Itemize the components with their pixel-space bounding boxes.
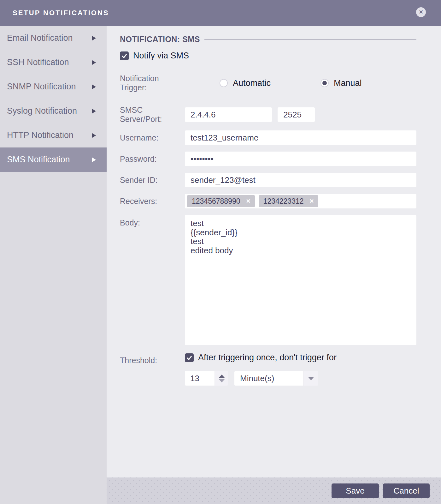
password-label: Password: <box>120 154 185 164</box>
sidebar-item-sms-notification[interactable]: SMS Notification <box>0 147 107 172</box>
radio-dot <box>322 81 327 85</box>
checkmark-icon <box>121 53 127 59</box>
radio-icon <box>220 79 228 87</box>
main-column: NOTIFICATION: SMS Notify via SMS Notific… <box>107 26 441 504</box>
receivers-row: Receivers: 123456788990 ✕ 1234223312 ✕ <box>120 194 416 208</box>
sidebar-item-label: SNMP Notification <box>7 82 76 92</box>
notification-types-sidebar: Email Notification SSH Notification SNMP… <box>0 26 107 504</box>
notify-via-sms-row: Notify via SMS <box>120 51 416 61</box>
sender-id-input[interactable] <box>185 173 416 187</box>
trigger-automatic-label: Automatic <box>233 78 271 88</box>
close-icon: ✕ <box>419 9 423 15</box>
chevron-right-icon <box>92 60 96 65</box>
password-row: Password: <box>120 152 416 166</box>
body-textarea[interactable]: test {{sender_id}} test edited body <box>185 215 416 345</box>
notification-trigger-label: Notification Trigger: <box>120 74 185 92</box>
sidebar-item-label: SSH Notification <box>7 57 69 67</box>
threshold-unit-value: Minute(s) <box>234 374 303 383</box>
sidebar-item-label: SMS Notification <box>7 155 70 165</box>
username-input[interactable] <box>185 130 416 145</box>
close-button[interactable]: ✕ <box>416 7 426 17</box>
sender-id-label: Sender ID: <box>120 176 185 185</box>
receivers-label: Receivers: <box>120 197 185 206</box>
notify-via-sms-label: Notify via SMS <box>133 51 189 61</box>
setup-notifications-dialog: SETUP NOTIFICATIONS ✕ Email Notification… <box>0 0 441 504</box>
threshold-field: After triggering once, don't trigger for <box>185 353 416 386</box>
threshold-row: Threshold: After triggering once, don't … <box>120 353 416 386</box>
threshold-value-input[interactable] <box>185 371 215 386</box>
trigger-manual-label: Manual <box>334 78 362 88</box>
sms-settings-fields: SMSC Server/Port: Username: Password: Se… <box>120 105 416 386</box>
checkmark-icon <box>186 355 192 361</box>
chevron-right-icon <box>92 84 96 89</box>
receiver-tag: 1234223312 ✕ <box>259 195 318 207</box>
sender-id-row: Sender ID: <box>120 173 416 187</box>
chevron-right-icon <box>92 109 96 114</box>
username-row: Username: <box>120 130 416 145</box>
notification-trigger-row: Notification Trigger: Automatic Manual <box>120 74 416 92</box>
chevron-down-icon <box>308 377 314 380</box>
trigger-manual-radio[interactable]: Manual <box>320 78 362 88</box>
radio-dot <box>221 81 226 85</box>
chevron-right-icon <box>92 36 96 41</box>
sidebar-item-label: HTTP Notification <box>7 130 74 140</box>
password-input[interactable] <box>185 152 416 166</box>
section-title: NOTIFICATION: SMS <box>120 35 200 44</box>
stepper-down-icon[interactable] <box>219 379 225 382</box>
username-label: Username: <box>120 133 185 142</box>
threshold-checkbox[interactable] <box>185 353 194 362</box>
receivers-input[interactable]: 123456788990 ✕ 1234223312 ✕ <box>185 194 416 208</box>
sidebar-item-syslog-notification[interactable]: Syslog Notification <box>0 99 107 123</box>
dialog-footer: Save Cancel <box>107 477 441 504</box>
receiver-tag: 123456788990 ✕ <box>187 195 255 207</box>
notify-via-sms-checkbox[interactable] <box>120 51 129 60</box>
cancel-button[interactable]: Cancel <box>383 483 430 498</box>
smsc-server-port-label: SMSC Server/Port: <box>120 105 185 124</box>
trigger-automatic-radio[interactable]: Automatic <box>220 78 271 88</box>
sms-notification-form: NOTIFICATION: SMS Notify via SMS Notific… <box>107 26 441 477</box>
sidebar-item-http-notification[interactable]: HTTP Notification <box>0 123 107 147</box>
dialog-title: SETUP NOTIFICATIONS <box>13 9 109 17</box>
smsc-server-input[interactable] <box>185 107 272 122</box>
chevron-right-icon <box>92 133 96 138</box>
section-divider <box>204 39 416 40</box>
sidebar-item-label: Syslog Notification <box>7 106 77 116</box>
section-header: NOTIFICATION: SMS <box>120 35 416 44</box>
dialog-titlebar: SETUP NOTIFICATIONS ✕ <box>0 0 441 26</box>
threshold-number-group <box>185 371 228 386</box>
sidebar-item-email-notification[interactable]: Email Notification <box>0 26 107 50</box>
dropdown-arrow-zone <box>303 371 318 386</box>
threshold-stepper <box>215 371 228 386</box>
body-label: Body: <box>120 218 185 227</box>
threshold-controls: Minute(s) <box>185 371 416 386</box>
threshold-checkbox-row: After triggering once, don't trigger for <box>185 353 416 363</box>
trigger-options: Automatic Manual <box>220 78 362 88</box>
remove-receiver-icon[interactable]: ✕ <box>309 198 314 204</box>
stepper-up-icon[interactable] <box>219 375 225 378</box>
dialog-body: Email Notification SSH Notification SNMP… <box>0 26 441 504</box>
smsc-server-port-row: SMSC Server/Port: <box>120 105 416 124</box>
remove-receiver-icon[interactable]: ✕ <box>246 198 251 204</box>
sidebar-item-snmp-notification[interactable]: SNMP Notification <box>0 75 107 99</box>
threshold-unit-dropdown[interactable]: Minute(s) <box>234 371 318 386</box>
body-row: Body: test {{sender_id}} test edited bod… <box>120 215 416 345</box>
sidebar-item-ssh-notification[interactable]: SSH Notification <box>0 50 107 75</box>
save-button[interactable]: Save <box>332 483 379 498</box>
receiver-tag-value: 1234223312 <box>263 197 304 206</box>
smsc-port-input[interactable] <box>278 107 315 122</box>
chevron-right-icon <box>92 157 96 162</box>
radio-icon-selected <box>320 79 329 87</box>
threshold-label: Threshold: <box>120 356 185 365</box>
sidebar-item-label: Email Notification <box>7 33 73 43</box>
receiver-tag-value: 123456788990 <box>192 197 240 206</box>
threshold-checkbox-label: After triggering once, don't trigger for <box>198 353 337 363</box>
